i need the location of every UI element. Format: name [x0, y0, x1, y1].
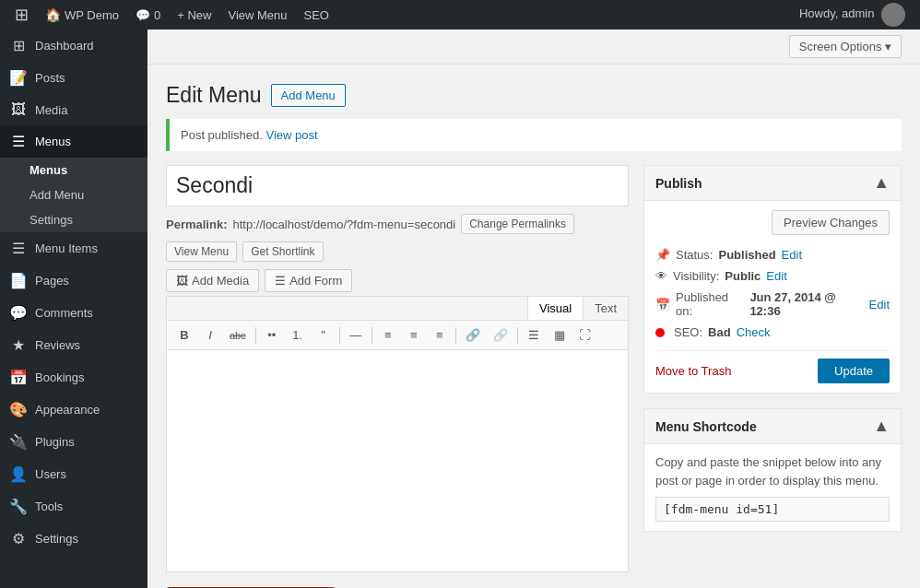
- sidebar-item-dashboard[interactable]: ⊞ Dashboard: [0, 29, 147, 62]
- view-menu-item[interactable]: View Menu: [220, 0, 294, 29]
- italic-button[interactable]: I: [198, 324, 222, 346]
- toolbar-sep-1: [255, 327, 256, 344]
- menu-items-icon: ☰: [9, 240, 28, 257]
- comments-count: 0: [154, 8, 160, 22]
- menu-action-row: View Menu Get Shortlink: [166, 241, 629, 262]
- editor-tabs: Visual Text: [167, 297, 628, 321]
- published-label: Published on:: [676, 290, 744, 318]
- align-right-button[interactable]: ≡: [428, 324, 452, 346]
- status-value: Published: [718, 248, 775, 262]
- insert-button[interactable]: ☰: [522, 324, 546, 346]
- bold-button[interactable]: B: [172, 324, 196, 346]
- sidebar-subitem-add-menu[interactable]: Add Menu: [0, 182, 147, 207]
- sidebar-label-menus: Menus: [35, 135, 71, 148]
- visibility-label: Visibility:: [673, 269, 719, 283]
- tab-text[interactable]: Text: [583, 297, 628, 320]
- comments-icon: 💬: [136, 8, 150, 22]
- sidebar-item-menus[interactable]: ☰ Menus: [0, 125, 147, 158]
- publish-box-header: Publish ▲: [644, 166, 901, 201]
- link-button[interactable]: 🔗: [460, 324, 486, 346]
- screen-options-button[interactable]: Screen Options ▾: [789, 35, 902, 58]
- editor-main: Permalink: http://localhost/demo/?fdm-me…: [166, 165, 629, 588]
- update-button[interactable]: Update: [818, 359, 890, 383]
- publish-box: Publish ▲ Preview Changes 📌 Status: Publ…: [643, 165, 902, 394]
- site-name-item[interactable]: 🏠 WP Demo: [38, 0, 126, 29]
- view-menu-button[interactable]: View Menu: [166, 241, 237, 262]
- tab-visual[interactable]: Visual: [527, 297, 583, 320]
- visibility-edit-link[interactable]: Edit: [766, 269, 786, 283]
- sidebar-item-reviews[interactable]: ★ Reviews: [0, 329, 147, 361]
- status-edit-link[interactable]: Edit: [782, 248, 802, 262]
- change-permalinks-button[interactable]: Change Permalinks: [461, 214, 574, 234]
- sidebar-item-appearance[interactable]: 🎨 Appearance: [0, 394, 147, 426]
- seo-check-link[interactable]: Check: [737, 325, 771, 339]
- content-area: Screen Options ▾ Edit Menu Add Menu Post…: [147, 29, 920, 588]
- toolbar-sep-5: [517, 327, 518, 344]
- appearance-icon: 🎨: [9, 401, 28, 418]
- shortcode-input[interactable]: [655, 497, 890, 522]
- page-title: Edit Menu: [166, 83, 262, 108]
- align-center-button[interactable]: ≡: [402, 324, 426, 346]
- sidebar-item-media[interactable]: 🖼 Media: [0, 94, 147, 125]
- table-button[interactable]: ▦: [548, 324, 572, 346]
- wp-logo-item[interactable]: ⊞: [7, 0, 36, 29]
- ul-button[interactable]: ••: [260, 324, 284, 346]
- shortcode-box-toggle[interactable]: ▲: [873, 417, 890, 436]
- publish-notice: Post published. View post: [166, 119, 902, 151]
- add-form-icon: ☰: [275, 274, 286, 288]
- sidebar-item-bookings[interactable]: 📅 Bookings: [0, 361, 147, 394]
- fullscreen-button[interactable]: ⛶: [573, 324, 597, 346]
- preview-changes-button[interactable]: Preview Changes: [772, 210, 890, 235]
- sidebar-subitem-settings[interactable]: Settings: [0, 207, 147, 232]
- user-avatar: [881, 3, 905, 27]
- editor-columns: Permalink: http://localhost/demo/?fdm-me…: [166, 165, 902, 588]
- sidebar-item-comments[interactable]: 💬 Comments: [0, 297, 147, 329]
- hr-button[interactable]: —: [344, 324, 368, 346]
- add-form-button[interactable]: ☰ Add Form: [265, 269, 352, 292]
- status-label: Status:: [676, 248, 713, 262]
- sidebar-item-menu-items[interactable]: ☰ Menu Items: [0, 232, 147, 265]
- ol-button[interactable]: 1.: [286, 324, 310, 346]
- sidebar-item-tools[interactable]: 🔧 Tools: [0, 490, 147, 523]
- seo-label: SEO: [304, 8, 329, 22]
- view-post-link[interactable]: View post: [266, 128, 318, 142]
- users-icon: 👤: [9, 465, 28, 483]
- seo-item[interactable]: SEO: [297, 0, 336, 29]
- shortcode-box-header: Menu Shortcode ▲: [644, 409, 901, 444]
- strikethrough-button[interactable]: abc: [224, 326, 252, 345]
- add-menu-button[interactable]: Add Menu: [271, 84, 346, 107]
- sidebar-item-settings[interactable]: ⚙ Settings: [0, 523, 147, 555]
- pin-icon: 📌: [655, 248, 670, 262]
- submenu-settings-label: Settings: [29, 213, 73, 227]
- menus-icon: ☰: [9, 133, 28, 150]
- blockquote-button[interactable]: ": [312, 324, 336, 346]
- home-icon: 🏠: [45, 7, 61, 22]
- sidebar-item-users[interactable]: 👤 Users: [0, 458, 147, 490]
- publish-box-toggle[interactable]: ▲: [873, 173, 890, 193]
- published-edit-link[interactable]: Edit: [869, 298, 890, 312]
- sidebar-item-plugins[interactable]: 🔌 Plugins: [0, 426, 147, 458]
- get-shortlink-button[interactable]: Get Shortlink: [242, 241, 323, 262]
- sidebar-item-posts[interactable]: 📝 Posts: [0, 62, 147, 94]
- add-media-button[interactable]: 🖼 Add Media: [166, 269, 259, 292]
- notice-text: Post published.: [181, 128, 263, 142]
- new-content-item[interactable]: + New: [170, 0, 218, 29]
- sidebar-label-comments: Comments: [35, 306, 93, 320]
- calendar-icon: 📅: [655, 298, 670, 312]
- editor-toolbar: B I abc •• 1. " — ≡ ≡ ≡: [167, 321, 628, 350]
- sidebar-label-media: Media: [35, 103, 67, 117]
- editor-body[interactable]: [167, 350, 628, 571]
- status-row: 📌 Status: Published Edit: [655, 244, 890, 265]
- align-left-button[interactable]: ≡: [376, 324, 400, 346]
- seo-row: SEO: Bad Check: [655, 322, 890, 343]
- sidebar-item-pages[interactable]: 📄 Pages: [0, 265, 147, 297]
- posts-icon: 📝: [9, 69, 28, 87]
- post-title-input[interactable]: [166, 165, 629, 206]
- unlink-button[interactable]: 🔗: [488, 324, 513, 346]
- reviews-icon: ★: [9, 336, 28, 354]
- sidebar-subitem-menus[interactable]: Menus: [0, 158, 147, 182]
- move-to-trash-link[interactable]: Move to Trash: [655, 364, 731, 378]
- visibility-value: Public: [725, 269, 761, 283]
- comments-item[interactable]: 💬 0: [128, 0, 168, 29]
- publish-actions: Move to Trash Update: [655, 350, 890, 383]
